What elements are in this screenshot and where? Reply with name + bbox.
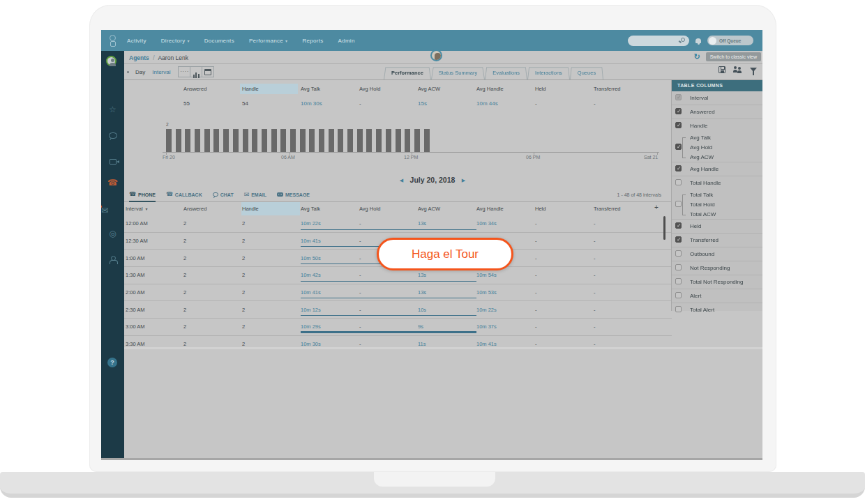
checkbox[interactable] (675, 144, 682, 150)
checkbox[interactable] (675, 236, 682, 243)
chart-bar[interactable] (280, 129, 286, 152)
video-icon[interactable] (101, 155, 124, 167)
table-row[interactable]: 2:30 AM 2 2 10m 12s - 10s 10m 22s - - (124, 301, 672, 319)
media-tab[interactable]: CALLBACK (166, 188, 202, 202)
chart-bar[interactable] (185, 129, 190, 152)
prev-day-icon[interactable]: ◀ (400, 178, 403, 183)
chart-bar[interactable] (290, 129, 296, 152)
save-icon[interactable] (719, 66, 725, 73)
chart-bar[interactable] (424, 129, 430, 152)
checkbox[interactable] (675, 306, 682, 312)
help-icon[interactable]: ? (107, 358, 117, 367)
media-tab[interactable]: CHAT (213, 188, 234, 202)
chart-bar[interactable] (195, 129, 200, 152)
summary-view-button[interactable]: ···· (178, 66, 190, 77)
table-row[interactable]: 3:30 AM 2 2 10m 30s - 11s 10m 41s - - (124, 336, 672, 346)
chart-bar[interactable] (243, 129, 248, 152)
tab[interactable]: Interactions (527, 66, 570, 79)
chart-bar[interactable] (204, 129, 210, 152)
filter-icon[interactable] (750, 68, 757, 72)
profile-avatar[interactable] (106, 56, 116, 66)
cell-avg-talk[interactable]: 10m 29s (301, 323, 359, 330)
cell-avg-acw[interactable]: 11s (418, 341, 476, 346)
tab[interactable]: Status Summary (431, 66, 485, 79)
switch-classic-view-button[interactable]: Switch to classic view (706, 52, 761, 61)
column-header[interactable]: Transferred (594, 202, 652, 215)
column-option[interactable]: Transferred (672, 233, 762, 247)
agent-icon[interactable] (101, 254, 124, 266)
cell-avg-talk[interactable]: 10m 30s (301, 341, 359, 346)
checkbox[interactable] (675, 179, 682, 185)
column-option[interactable]: Handle (672, 119, 762, 132)
media-tab[interactable]: PHONE (129, 188, 156, 202)
off-queue-toggle[interactable]: Off Queue (707, 36, 753, 45)
cell-avg-acw[interactable]: 13s (418, 220, 476, 227)
interval-bar-chart[interactable] (166, 129, 430, 152)
column-header[interactable]: Avg Hold (359, 202, 418, 215)
chart-bar[interactable] (176, 129, 181, 152)
next-day-icon[interactable]: ▶ (462, 178, 465, 183)
chart-bar[interactable] (300, 129, 306, 152)
nav-item[interactable]: Reports (302, 38, 323, 44)
chart-bar[interactable] (329, 129, 334, 152)
checkbox[interactable] (675, 94, 682, 100)
column-option[interactable]: Avg ACW (672, 152, 762, 162)
column-header[interactable]: Avg Handle (476, 202, 535, 215)
chart-bar[interactable] (405, 129, 410, 152)
settings-icon[interactable]: ◎ (101, 229, 124, 238)
chart-bar[interactable] (396, 129, 401, 152)
column-option[interactable]: Total Hold (672, 199, 762, 209)
chart-bar[interactable] (233, 129, 239, 152)
checkbox[interactable] (675, 264, 682, 270)
cell-avg-talk[interactable]: 10m 12s (301, 307, 359, 313)
checkbox[interactable] (675, 165, 682, 171)
search-input[interactable] (628, 36, 689, 46)
column-header[interactable]: Interval (126, 202, 183, 215)
checkbox[interactable] (675, 201, 682, 207)
chart-bar[interactable] (309, 129, 315, 152)
column-option[interactable]: Avg Hold (672, 142, 762, 152)
cell-avg-talk[interactable]: 10m 50s (301, 255, 359, 261)
tour-button[interactable]: Haga el Tour (377, 238, 513, 270)
inbox-icon[interactable]: ✉ (101, 206, 108, 215)
column-header[interactable]: Avg Talk (301, 202, 359, 215)
nav-item[interactable]: Performance (249, 38, 287, 44)
column-option[interactable]: Total Talk (672, 190, 762, 199)
column-option[interactable]: Outbound (672, 247, 762, 261)
checkbox[interactable] (675, 250, 682, 257)
column-option[interactable]: Avg Talk (672, 132, 762, 142)
app-logo[interactable] (101, 30, 124, 51)
column-option[interactable]: Answered (672, 105, 762, 119)
chart-bar[interactable] (319, 129, 324, 152)
nav-item[interactable]: Directory (161, 38, 190, 44)
day-view-button[interactable]: Day (135, 69, 145, 75)
chart-bar[interactable] (223, 129, 229, 152)
chart-bar[interactable] (347, 129, 353, 152)
column-option[interactable]: Interval (672, 91, 762, 105)
chart-bar[interactable] (213, 129, 219, 152)
chart-bar[interactable] (252, 129, 257, 152)
favorites-star-icon[interactable]: ☆ (101, 105, 124, 114)
media-tab[interactable]: EMAIL (244, 188, 266, 202)
table-row[interactable]: 12:00 AM 2 2 10m 22s - 13s 10m 34s - - (124, 215, 672, 233)
table-row[interactable]: 3:00 AM 2 2 10m 29s - 9s 10m 37s - - (124, 319, 672, 336)
column-header[interactable]: Avg ACW (418, 202, 476, 215)
chart-bar[interactable] (262, 129, 267, 152)
agent-avatar[interactable] (430, 49, 442, 61)
chart-view-button[interactable] (190, 66, 202, 77)
breadcrumb-agents-link[interactable]: Agents (129, 54, 149, 61)
refresh-icon[interactable]: ↻ (693, 52, 700, 61)
table-row[interactable]: 2:00 AM 2 2 10m 41s - 13s 10m 53s - - (124, 284, 672, 302)
cell-avg-acw[interactable]: 9s (418, 323, 476, 330)
column-option[interactable]: Total Handle (672, 176, 762, 190)
checkbox[interactable] (675, 108, 682, 114)
checkbox[interactable] (675, 292, 682, 298)
column-option[interactable]: Not Responding (672, 261, 762, 275)
media-tab[interactable]: MESSAGE (277, 188, 310, 202)
chart-bar[interactable] (271, 129, 277, 152)
chart-bar[interactable] (166, 129, 172, 152)
interval-view-link[interactable]: Interval (152, 69, 170, 75)
chart-bar[interactable] (414, 129, 420, 152)
column-option[interactable]: Total ACW (672, 209, 762, 219)
chart-bar[interactable] (366, 129, 372, 152)
